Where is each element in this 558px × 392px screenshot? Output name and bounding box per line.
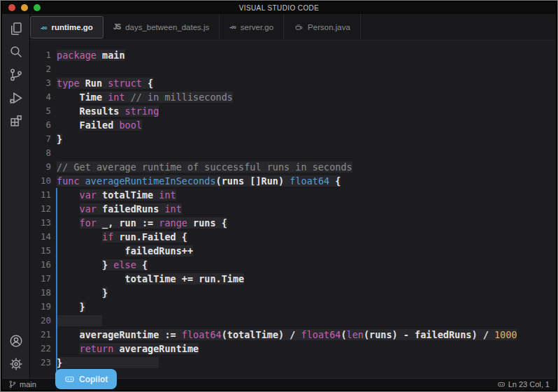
code-token: ( [341,329,346,340]
activity-bar-item-accounts[interactable] [2,329,30,352]
code-line-18: 18 } [30,286,556,300]
code-token: range [159,217,187,228]
line-number: 22 [30,342,51,356]
code-token: { [142,78,153,89]
code-line-2: 2 [30,62,556,76]
copilot-button[interactable]: Copilot [55,369,117,389]
code-token [125,92,131,103]
editor-group: -∞runtime.goJSdays_between_dates.js-∞ser… [30,14,556,378]
explorer-icon [9,22,23,36]
code-token: len [347,329,364,340]
branch-indicator[interactable]: main [8,380,36,389]
git-branch-icon [8,380,17,389]
close-button[interactable] [8,4,15,11]
code-token: } [57,357,62,368]
line-content: } else { [57,258,148,272]
code-token: _, run := [96,217,159,228]
code-token [57,315,102,326]
code-token: Results [80,106,125,117]
indent-whitespace [57,273,125,284]
code-token: } [102,259,113,270]
code-token: failedRuns [96,203,165,215]
code-token: int [159,189,176,201]
code-line-13: 13 for _, run := range runs { [30,216,556,230]
line-number: 4 [30,90,51,104]
line-number: 10 [30,174,51,188]
code-token: averageRuntime := [80,329,182,340]
code-token: } [102,287,108,298]
code-token: } [57,133,62,145]
java-file-icon [294,22,303,31]
tab-runtime.go[interactable]: -∞runtime.go [30,16,103,38]
code-token: totalTime [96,189,159,201]
code-token: return [80,343,114,354]
line-number: 12 [30,202,51,216]
code-editor[interactable]: 1package main23type Run struct {4 Time i… [30,41,556,378]
activity-bar-item-source-control[interactable] [2,63,30,86]
code-token: totalTime += run.Time [125,273,245,284]
go-file-icon: -∞ [229,23,235,31]
code-token: string [125,106,159,117]
search-icon [9,45,23,59]
line-content: package main [57,48,125,62]
extensions-icon [9,114,23,128]
code-token: float64 [301,329,341,340]
tab-days_between_dates.js[interactable]: JSdays_between_dates.js [103,14,220,40]
code-token [62,357,159,368]
tab-Person.java[interactable]: Person.java [284,14,361,40]
activity-bar-item-explorer[interactable] [2,17,30,40]
vscode-window: Visual Studio Code -∞runtime.goJSdays_be… [0,0,558,392]
cursor-position[interactable]: Ln 23 Col, 1 [497,380,550,389]
activity-bar-item-settings[interactable] [2,352,30,375]
line-content: } [57,356,159,370]
cursor-position-label: Ln 23 Col, 1 [508,380,550,389]
line-number: 23 [30,356,51,370]
code-line-10: 10func averageRuntimeInSeconds(runs []Ru… [30,174,556,188]
line-number: 14 [30,230,51,244]
code-token: int [164,203,181,215]
activity-bar-item-run-and-debug[interactable] [2,86,30,109]
indent-whitespace [57,203,80,215]
code-token: package [57,50,96,61]
line-content: // Get average runtime of successful run… [57,160,352,174]
code-token: runs { [187,217,227,228]
code-line-22: 22 return averageRuntime [30,342,556,356]
code-token: for [80,217,96,228]
code-token: { [136,259,148,270]
code-line-4: 4 Time int // in milliseconds [30,90,556,104]
minimize-button[interactable] [21,4,28,11]
activity-bar-item-extensions[interactable] [2,109,30,132]
go-file-icon: -∞ [41,24,46,31]
code-token: main [96,50,125,61]
line-content: } [57,300,85,314]
line-content: var totalTime int [57,188,176,202]
indent-whitespace [57,92,80,103]
zoom-button[interactable] [34,4,41,11]
traffic-lights [8,4,41,11]
indent-whitespace [57,329,80,340]
code-line-8: 8 [30,146,556,160]
indent-whitespace [57,287,102,298]
code-token: run.Failed { [113,231,187,242]
line-number: 11 [30,188,51,202]
code-token: float64 [182,329,222,340]
code-token: type [57,78,80,89]
code-token: // in milliseconds [131,92,233,103]
code-token: struct [108,78,142,89]
code-line-6: 6 Failed bool [30,118,556,132]
code-token: (runs []Run) [216,175,290,187]
line-content: if run.Failed { [57,230,187,244]
activity-bar-item-search[interactable] [2,40,30,63]
workbench: -∞runtime.goJSdays_between_dates.js-∞ser… [2,14,556,378]
line-content: func averageRuntimeInSeconds(runs []Run)… [57,174,341,188]
line-content: Failed bool [57,118,142,132]
line-number: 5 [30,104,51,118]
copilot-robot-icon [64,374,75,384]
tab-label: days_between_dates.js [125,23,209,31]
tab-label: runtime.go [51,23,92,31]
title-bar: Visual Studio Code [2,2,556,14]
activity-bar [2,14,30,378]
code-line-11: 11 var totalTime int [30,188,556,202]
accounts-icon [9,334,23,348]
tab-server.go[interactable]: -∞server.go [220,14,284,40]
